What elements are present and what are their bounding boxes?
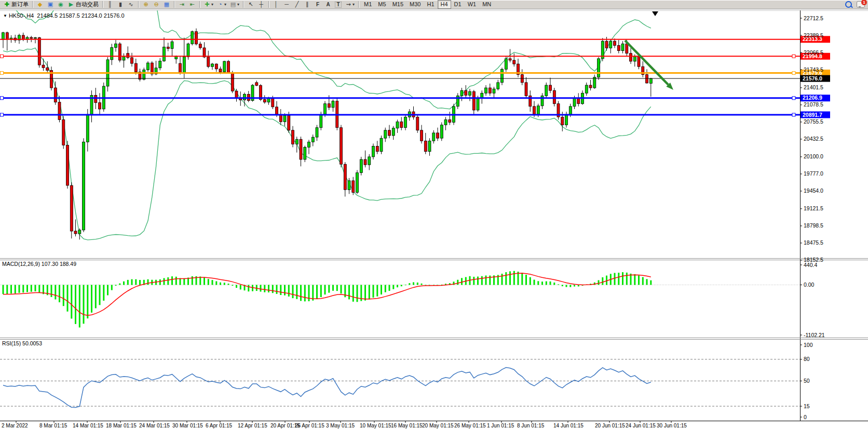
toolbar-separator <box>138 1 139 8</box>
text-label-button[interactable]: T <box>333 0 343 9</box>
templates-button[interactable]: ▤▾ <box>228 0 241 9</box>
line-chart-icon: ∿ <box>127 1 134 8</box>
auto-scroll-icon: ⇥ <box>178 1 185 8</box>
chart-shift-button[interactable]: ⇤ <box>187 0 197 9</box>
timeframe-w1-button[interactable]: W1 <box>465 0 480 9</box>
zoom-in-icon: ⊕ <box>142 1 150 8</box>
data-window-button[interactable]: ◉ <box>56 0 66 9</box>
line-handle[interactable] <box>792 113 795 116</box>
time-tick-label: 12 Apr 01:15 <box>238 423 267 428</box>
time-tick-label: 16 May 01:15 <box>391 423 423 428</box>
macd-histogram <box>3 271 652 328</box>
arrows-button[interactable]: ⇝▾ <box>343 0 356 9</box>
candlestick-icon: ▮ <box>117 1 124 8</box>
search-icon[interactable] <box>845 1 852 8</box>
market-watch-button[interactable]: ▣ <box>45 0 56 9</box>
timeframe-m5-button[interactable]: M5 <box>375 0 389 9</box>
notifications-icon[interactable]: 1 <box>857 1 865 8</box>
rsi-tick-label: 100 <box>804 342 813 348</box>
line-handle[interactable] <box>1 97 4 100</box>
new-order-button-label: 新订单 <box>11 1 29 8</box>
price-tick-label: 18798.5 <box>804 222 823 229</box>
rsi-tick-label: 80 <box>804 356 810 362</box>
symbol-dropdown-icon[interactable]: ▼ <box>3 14 7 18</box>
open-chart-button[interactable]: ◆ <box>35 0 45 9</box>
toolbar-separator <box>174 1 174 8</box>
autotrading-button-label: 自动交易 <box>76 1 99 8</box>
toolbar-separator <box>243 1 243 8</box>
price-tick-label: 18475.5 <box>804 239 823 246</box>
new-order-button[interactable]: ✚新订单 <box>2 0 30 9</box>
timeframe-m15-button[interactable]: M15 <box>389 0 406 9</box>
svg-text:20891.7: 20891.7 <box>803 112 822 118</box>
time-tick-label: 24 Mar 01:15 <box>139 423 170 428</box>
zoom-in-button[interactable]: ⊕ <box>141 0 151 9</box>
timeframe-d1-button[interactable]: D1 <box>451 0 465 9</box>
time-tick-label: 1 Jun 01:15 <box>487 423 514 428</box>
chevron-down-icon: ▾ <box>352 2 355 7</box>
line-handle[interactable] <box>1 72 4 75</box>
equidistant-channel-button[interactable]: ∥ <box>302 0 313 9</box>
line-handle[interactable] <box>792 55 795 58</box>
timeframe-m1-button[interactable]: M1 <box>361 0 375 9</box>
toolbar-separator <box>199 1 200 8</box>
macd-indicator-label: MACD(12,26,9) 107.30 188.49 <box>2 261 76 267</box>
time-tick-label: 30 Jun 01:15 <box>657 423 687 428</box>
hline-icon: ─ <box>283 1 290 8</box>
line-handle[interactable] <box>792 72 795 75</box>
timeframe-mn-button[interactable]: MN <box>479 0 494 9</box>
time-tick-label: 24 Jun 01:15 <box>626 423 656 428</box>
tile-windows-button[interactable]: ▦ <box>161 0 172 9</box>
cursor-button[interactable]: ↖ <box>246 0 256 9</box>
rsi-tick-label: 15 <box>804 403 810 409</box>
timeframe-m30-button[interactable]: M30 <box>406 0 424 9</box>
market-watch-icon: ▣ <box>47 1 54 8</box>
price-tick-label: 21401.5 <box>804 84 823 90</box>
zoom-out-button[interactable]: ⊖ <box>151 0 161 9</box>
macd-tick-label: 0.00 <box>804 281 815 288</box>
chart-title: ▼HK50-,H4 21484.5 21587.5 21234.0 21576.… <box>3 12 125 19</box>
rsi-indicator-label: RSI(15) 50.0053 <box>2 340 42 346</box>
price-tick-label: 21078.5 <box>804 101 823 108</box>
line-handle[interactable] <box>1 55 4 58</box>
channel-icon: ∥ <box>304 1 311 8</box>
price-tick-label: 20755.5 <box>804 118 823 125</box>
new-order-icon: ✚ <box>3 1 10 8</box>
indicators-button[interactable]: ✛▾ <box>202 0 215 9</box>
svg-text:21206.9: 21206.9 <box>803 95 822 101</box>
rsi-tick-label: 50 <box>804 378 810 384</box>
candlestick-chart-button[interactable]: ▮ <box>115 0 126 9</box>
indicators-icon: ✛ <box>204 1 211 8</box>
chart-window-icon: ◆ <box>36 1 44 8</box>
timeframe-h1-button[interactable]: H1 <box>424 0 437 9</box>
toolbar-separator <box>358 1 359 8</box>
price-tick-label: 22712.5 <box>804 15 823 21</box>
line-chart-button[interactable]: ∿ <box>126 0 136 9</box>
vline-icon: │ <box>273 1 280 8</box>
time-tick-label: 20 May 01:15 <box>422 423 454 428</box>
trendline-icon: ╱ <box>293 1 301 8</box>
timeframe-h4-button[interactable]: H4 <box>438 0 451 9</box>
text-icon: A <box>324 1 332 8</box>
time-tick-label: 8 Mar 01:15 <box>39 423 67 428</box>
trendline-button[interactable]: ╱ <box>292 0 302 9</box>
periods-button[interactable]: ◔▾ <box>215 0 228 9</box>
arrows-icon: ⇝ <box>345 1 352 8</box>
macd-tick-label: 440.4 <box>804 262 817 268</box>
line-handle[interactable] <box>1 113 4 116</box>
time-tick-label: 14 Mar 01:15 <box>73 423 103 428</box>
rsi-tick-label: 0 <box>804 414 807 420</box>
horizontal-line-button[interactable]: ─ <box>281 0 292 9</box>
line-handle[interactable] <box>792 97 795 100</box>
text-button[interactable]: A <box>323 0 333 9</box>
crosshair-icon: ┼ <box>257 1 265 8</box>
autotrading-button[interactable]: ▶自动交易 <box>66 0 100 9</box>
price-tick-label: 21743.5 <box>804 66 823 73</box>
crosshair-button[interactable]: ┼ <box>256 0 266 9</box>
chart-canvas[interactable]: 22313.321994.821679.621576.021206.920891… <box>0 0 868 429</box>
fibonacci-button[interactable]: F <box>313 0 323 9</box>
time-tick-label: 3 May 01:15 <box>326 423 355 428</box>
bar-chart-button[interactable]: ║ <box>105 0 115 9</box>
vertical-line-button[interactable]: │ <box>271 0 281 9</box>
auto-scroll-button[interactable]: ⇥ <box>177 0 187 9</box>
